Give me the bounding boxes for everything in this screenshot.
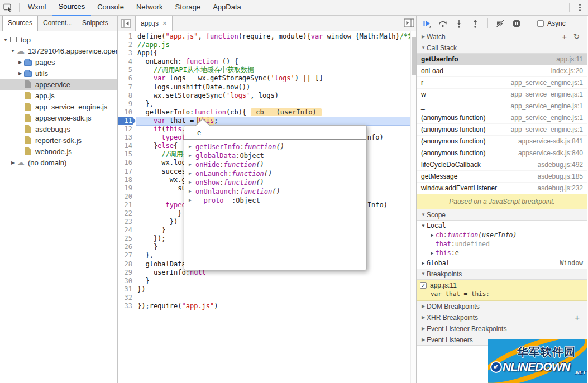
line-number[interactable]: 12 [118,125,136,133]
line-number[interactable]: 9 [118,100,136,108]
tree-item-appservice-sdk-js[interactable]: appservice-sdk.js [0,112,117,123]
line-number[interactable]: 32 [118,294,136,302]
popup-property-globalData[interactable]: ▶globalData: Object [184,151,366,160]
popup-property-onLaunch[interactable]: ▶onLaunch: function () [184,169,366,178]
tree-item-appservice[interactable]: appservice [0,79,117,90]
line-number[interactable]: 5 [118,66,136,74]
code-line-11[interactable]: 11 var that = this; [118,117,416,125]
line-number[interactable]: 31 [118,285,136,294]
call-stack-frame[interactable]: (anonymous function)app_service_engine.j… [417,124,587,136]
code-line-text[interactable]: }, [136,100,416,108]
call-stack-frame[interactable]: (anonymous function)appservice-sdk.js:84… [417,136,587,147]
code-line-text[interactable]: //app.js [136,41,416,49]
line-number[interactable]: 30 [118,277,136,285]
code-line-33[interactable]: 33});require("app.js") [118,302,416,310]
add-watch-icon[interactable]: + [558,33,570,41]
inspect-element-icon[interactable] [0,0,17,15]
scrollbar-thumb[interactable] [412,37,416,75]
line-number[interactable]: 1 [118,32,136,41]
code-line-text[interactable]: var that = this; [136,117,416,125]
top-tab-appdata[interactable]: AppData [207,0,247,16]
code-line-text[interactable]: App({ [136,49,416,58]
line-number[interactable]: 6 [118,74,136,83]
code-line-2[interactable]: 2//app.js [118,41,416,49]
xhr-breakpoints-section-header[interactable]: ▶XHR Breakpoints+ [417,312,587,323]
async-checkbox[interactable] [537,20,544,27]
tree-item-137291046-appservice-open-we[interactable]: ▼☁137291046.appservice.open.we [0,45,117,56]
tree-item-webnode-js[interactable]: webnode.js [0,146,117,157]
code-line-text[interactable] [136,294,416,302]
add-xhr-breakpoint-icon[interactable]: + [571,314,583,322]
kebab-menu-icon[interactable] [572,4,588,11]
line-number[interactable]: 21 [118,201,136,209]
code-line-text[interactable]: logs.unshift(Date.now()) [136,83,416,92]
tree-item-utils[interactable]: ▶utils [0,68,117,79]
code-line-1[interactable]: 1define("app.js", function(require, modu… [118,32,416,41]
watch-section-header[interactable]: ▶ Watch + ↻ [417,31,587,42]
event-listener-breakpoints-section-header[interactable]: ▶Event Listener Breakpoints [417,323,587,334]
code-line-text[interactable]: define("app.js", function(require, modul… [136,32,416,41]
scope-section-header[interactable]: ▼ Scope [417,209,587,221]
popup-property-onShow[interactable]: ▶onShow: function () [184,178,366,187]
tree-item-asdebug-js[interactable]: asdebug.js [0,123,117,135]
code-line-8[interactable]: 8 wx.setStorageSync('logs', logs) [118,92,416,100]
line-number[interactable]: 25 [118,234,136,243]
code-line-text[interactable]: onLaunch: function () { [136,58,416,66]
line-number[interactable]: 8 [118,92,136,100]
top-tab-console[interactable]: Console [91,0,130,16]
panel-toggle-icon[interactable] [404,18,414,27]
call-stack-frame[interactable]: getMessageasdebug.js:185 [417,171,587,183]
line-number[interactable]: 18 [118,176,136,184]
code-line-31[interactable]: 31}) [118,285,416,294]
code-line-text[interactable]: });require("app.js") [136,302,416,310]
code-line-text[interactable]: getUserInfo:function(cb){ cb = (userInfo… [136,108,416,117]
tree-item-app-js[interactable]: app.js [0,90,117,101]
top-tab-sources[interactable]: Sources [52,0,92,16]
line-number[interactable]: 24 [118,226,136,234]
code-line-4[interactable]: 4 onLaunch: function () { [118,58,416,66]
close-tab-icon[interactable]: × [162,19,167,27]
breakpoint-checkbox[interactable]: ✓ [420,282,427,289]
call-stack-section-header[interactable]: ▼ Call Stack [417,42,587,54]
line-number[interactable]: 16 [118,159,136,167]
line-number[interactable]: 4 [118,58,136,66]
call-stack-frame[interactable]: window.addEventListenerasdebug.js:232 [417,183,587,194]
call-stack-frame[interactable]: onLoadindex.js:20 [417,65,587,77]
call-stack-frame[interactable]: (anonymous function)app_service_engine.j… [417,112,587,124]
popup-property-onUnlaunch[interactable]: ▶onUnlaunch: function () [184,187,366,196]
line-number[interactable]: 10 [118,108,136,117]
popup-property-getUserInfo[interactable]: ▶getUserInfo: function () [184,142,366,151]
line-number[interactable]: 29 [118,269,136,277]
tree-item-reporter-sdk-js[interactable]: reporter-sdk.js [0,135,117,146]
execution-line-number[interactable]: 11 [118,117,136,125]
call-stack-frame[interactable]: lifeCycleDoCallbackasdebug.js:492 [417,159,587,171]
breakpoint-entry[interactable]: ✓app.js:11var that = this; [417,280,587,301]
line-number[interactable]: 7 [118,83,136,92]
deactivate-breakpoints-icon[interactable] [496,19,505,28]
line-number[interactable]: 15 [118,150,136,159]
line-number[interactable]: 26 [118,243,136,251]
code-line-text[interactable]: } [136,277,416,285]
breakpoints-section-header[interactable]: ▼ Breakpoints [417,269,587,280]
nav-tab-content[interactable]: Content... [38,16,77,31]
collapsed-triangle-icon[interactable]: ▶ [17,71,23,76]
refresh-watch-icon[interactable]: ↻ [570,33,583,41]
code-line-6[interactable]: 6 var logs = wx.getStorageSync('logs') |… [118,74,416,83]
popup-property-onHide[interactable]: ▶onHide: function () [184,160,366,169]
code-line-5[interactable]: 5 //调用API从本地缓存中获取数据 [118,66,416,74]
collapsed-triangle-icon[interactable]: ▶ [429,233,436,238]
line-number[interactable]: 33 [118,302,136,310]
code-line-3[interactable]: 3App({ [118,49,416,58]
top-tab-wxml[interactable]: Wxml [22,0,52,16]
popup-property-proto[interactable]: ▶__proto__: Object [184,196,366,205]
scope-global-row[interactable]: ▶ Global Window [417,257,587,269]
pause-on-exceptions-icon[interactable] [512,19,521,28]
editor-tab-appjs[interactable]: app.js × [135,16,173,31]
step-out-icon[interactable] [471,19,480,28]
call-stack-frame[interactable]: getUserInfoapp.js:11 [417,54,587,65]
hide-navigator-icon[interactable] [121,19,131,28]
nav-tab-snippets[interactable]: Snippets [77,16,113,31]
line-number[interactable]: 23 [118,218,136,226]
code-line-text[interactable]: }) [136,285,416,294]
collapsed-triangle-icon[interactable]: ▶ [17,60,23,65]
